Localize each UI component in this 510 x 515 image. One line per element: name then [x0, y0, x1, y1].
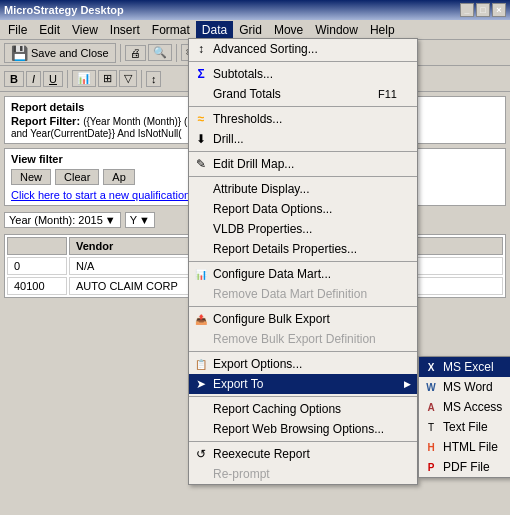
menu-item-configure-bulk-export[interactable]: 📤 Configure Bulk Export — [189, 309, 417, 329]
close-button[interactable]: × — [492, 3, 506, 17]
apply-button[interactable]: Ap — [103, 169, 134, 185]
html-file-icon: H — [423, 439, 439, 455]
preview-icon: 🔍 — [153, 46, 167, 59]
export-options-icon: 📋 — [193, 356, 209, 372]
filter-button[interactable]: ▽ — [119, 70, 137, 87]
menu-separator — [189, 106, 417, 107]
menu-help[interactable]: Help — [364, 21, 401, 39]
menu-separator — [189, 441, 417, 442]
menu-item-report-data-options[interactable]: Report Data Options... — [189, 199, 417, 219]
remove-bulk-export-icon — [193, 331, 209, 347]
menu-item-advanced-sorting[interactable]: ↕ Advanced Sorting... — [189, 39, 417, 59]
menu-item-edit-drill-map[interactable]: ✎ Edit Drill Map... — [189, 154, 417, 174]
menu-item-export-to[interactable]: ➤ Export To ▶ — [189, 374, 417, 394]
preview-button[interactable]: 🔍 — [148, 44, 172, 61]
edit-drill-map-icon: ✎ — [193, 156, 209, 172]
configure-bulk-export-icon: 📤 — [193, 311, 209, 327]
sort-button[interactable]: ↕ — [146, 71, 162, 87]
submenu-item-excel[interactable]: X MS Excel — [419, 357, 510, 377]
cell-id-0: 0 — [7, 257, 67, 275]
menu-view[interactable]: View — [66, 21, 104, 39]
menu-format[interactable]: Format — [146, 21, 196, 39]
menu-separator — [189, 306, 417, 307]
attribute-display-icon — [193, 181, 209, 197]
menu-item-report-details-properties[interactable]: Report Details Properties... — [189, 239, 417, 259]
thresholds-icon: ≈ — [193, 111, 209, 127]
grid-button[interactable]: ⊞ — [98, 70, 117, 87]
vldb-properties-icon — [193, 221, 209, 237]
year-filter-dropdown[interactable]: Year (Month): 2015 ▼ — [4, 212, 121, 228]
secondary-filter-label: Y — [130, 214, 137, 226]
print-button[interactable]: 🖨 — [125, 45, 146, 61]
submenu-item-text-file[interactable]: T Text File — [419, 417, 510, 437]
menu-file[interactable]: File — [2, 21, 33, 39]
text-file-icon: T — [423, 419, 439, 435]
report-caching-icon — [193, 401, 209, 417]
menu-item-remove-bulk-export: Remove Bulk Export Definition — [189, 329, 417, 349]
secondary-filter-dropdown[interactable]: Y ▼ — [125, 212, 155, 228]
menu-window[interactable]: Window — [309, 21, 364, 39]
menu-item-configure-data-mart[interactable]: 📊 Configure Data Mart... — [189, 264, 417, 284]
menu-edit[interactable]: Edit — [33, 21, 66, 39]
menu-move[interactable]: Move — [268, 21, 309, 39]
pdf-file-label: PDF File — [443, 460, 490, 474]
toolbar2-separator-1 — [67, 70, 68, 88]
menu-separator — [189, 176, 417, 177]
text-file-label: Text File — [443, 420, 488, 434]
report-details-properties-icon — [193, 241, 209, 257]
grand-totals-shortcut: F11 — [378, 88, 397, 100]
menu-item-attribute-display[interactable]: Attribute Display... — [189, 179, 417, 199]
word-label: MS Word — [443, 380, 493, 394]
export-to-submenu: X MS Excel W MS Word A MS Access T Text … — [418, 356, 510, 478]
app-title: MicroStrategy Desktop — [4, 4, 124, 16]
menu-item-remove-data-mart: Remove Data Mart Definition — [189, 284, 417, 304]
bold-button[interactable]: B — [4, 71, 24, 87]
submenu-item-pdf-file[interactable]: P PDF File — [419, 457, 510, 477]
toolbar2-separator-2 — [141, 70, 142, 88]
clear-button[interactable]: Clear — [55, 169, 99, 185]
print-icon: 🖨 — [130, 47, 141, 59]
menu-item-report-caching[interactable]: Report Caching Options — [189, 399, 417, 419]
maximize-button[interactable]: □ — [476, 3, 490, 17]
minimize-button[interactable]: _ — [460, 3, 474, 17]
menu-item-subtotals[interactable]: Σ Subtotals... — [189, 64, 417, 84]
menu-bar: File Edit View Insert Format Data Grid M… — [0, 20, 510, 40]
submenu-item-word[interactable]: W MS Word — [419, 377, 510, 397]
menu-item-vldb-properties[interactable]: VLDB Properties... — [189, 219, 417, 239]
chart-button[interactable]: 📊 — [72, 70, 96, 87]
menu-item-export-options[interactable]: 📋 Export Options... — [189, 354, 417, 374]
menu-separator — [189, 261, 417, 262]
menu-item-report-web-browsing[interactable]: Report Web Browsing Options... — [189, 419, 417, 439]
submenu-arrow-icon: ▶ — [404, 379, 411, 389]
new-button[interactable]: New — [11, 169, 51, 185]
menu-item-thresholds[interactable]: ≈ Thresholds... — [189, 109, 417, 129]
excel-label: MS Excel — [443, 360, 494, 374]
italic-button[interactable]: I — [26, 71, 41, 87]
cell-id-1: 40100 — [7, 277, 67, 295]
report-data-options-icon — [193, 201, 209, 217]
underline-button[interactable]: U — [43, 71, 63, 87]
submenu-item-html-file[interactable]: H HTML File — [419, 437, 510, 457]
menu-separator — [189, 396, 417, 397]
menu-item-reexecute-report[interactable]: ↺ Reexecute Report — [189, 444, 417, 464]
dropdown-arrow-icon: ▼ — [105, 214, 116, 226]
report-filter-label: Report Filter: — [11, 115, 80, 127]
year-filter-label: Year (Month): 2015 — [9, 214, 103, 226]
menu-item-re-prompt: Re-prompt — [189, 464, 417, 484]
data-menu-dropdown: ↕ Advanced Sorting... Σ Subtotals... Gra… — [188, 38, 418, 485]
toolbar-separator-1 — [120, 44, 121, 62]
menu-data[interactable]: Data — [196, 21, 233, 39]
submenu-item-access[interactable]: A MS Access — [419, 397, 510, 417]
menu-item-grand-totals[interactable]: Grand Totals F11 — [189, 84, 417, 104]
remove-data-mart-icon — [193, 286, 209, 302]
menu-insert[interactable]: Insert — [104, 21, 146, 39]
menu-grid[interactable]: Grid — [233, 21, 268, 39]
excel-icon: X — [423, 359, 439, 375]
export-to-icon: ➤ — [193, 376, 209, 392]
menu-item-drill[interactable]: ⬇ Drill... — [189, 129, 417, 149]
pdf-file-icon: P — [423, 459, 439, 475]
col-header-id — [7, 237, 67, 255]
reexecute-icon: ↺ — [193, 446, 209, 462]
save-close-button[interactable]: 💾 Save and Close — [4, 43, 116, 63]
advanced-sorting-icon: ↕ — [193, 41, 209, 57]
